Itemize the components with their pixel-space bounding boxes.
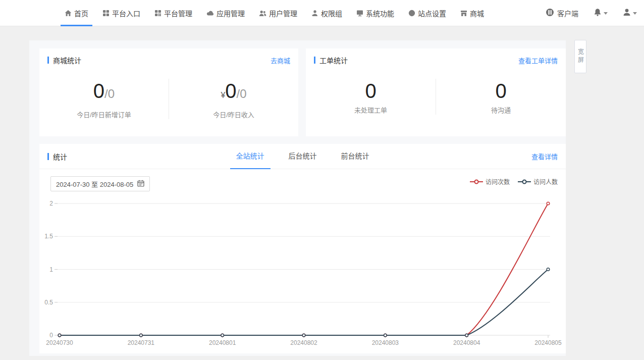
- main-nav: 首页 平台入口 平台管理 应用管理 用户管理 权限组: [0, 0, 494, 26]
- stats-card-title-text: 统计: [53, 151, 67, 162]
- svg-text:20240801: 20240801: [209, 339, 236, 346]
- legend-item-visitor-count[interactable]: 访问人数: [518, 177, 558, 186]
- stat-label: 待沟通: [436, 105, 566, 115]
- top-nav-bar: 首页 平台入口 平台管理 应用管理 用户管理 权限组: [0, 0, 644, 26]
- nav-item-system-functions[interactable]: 系统功能: [352, 0, 398, 26]
- stat-label: 未处理工单: [306, 105, 436, 115]
- globe-icon: [408, 10, 415, 17]
- stat-income: ¥0/0 今日/昨日收入: [169, 79, 298, 119]
- chevron-down-icon: [633, 12, 637, 15]
- bell-icon: [594, 8, 602, 19]
- stat-label: 今日/昨日新增订单: [39, 110, 169, 119]
- svg-text:2: 2: [49, 200, 53, 207]
- client-entry-button[interactable]: 客户端: [546, 8, 578, 18]
- stat-value: 0/0: [39, 79, 169, 108]
- legend-label: 访问人数: [533, 177, 558, 186]
- svg-text:1.5: 1.5: [44, 233, 53, 240]
- chart-legend: 访问次数 访问人数: [470, 177, 558, 186]
- nav-item-mall[interactable]: 商城: [456, 0, 488, 26]
- nav-item-label: 应用管理: [217, 8, 245, 18]
- accent-bar: [47, 57, 49, 64]
- nav-item-home[interactable]: 首页: [61, 0, 92, 26]
- chart-card-header: 统计 全站统计 后台统计 前台统计 查看详情: [39, 144, 566, 169]
- nav-item-label: 站点设置: [418, 8, 446, 18]
- widescreen-label: 宽屏: [576, 48, 585, 65]
- home-icon: [65, 10, 72, 17]
- user-menu-button[interactable]: [623, 8, 637, 18]
- nav-item-label: 权限组: [321, 8, 342, 18]
- ticket-stats-card: 工单统计 查看工单详情 0 未处理工单 0 待沟通: [306, 48, 566, 136]
- legend-item-visit-count[interactable]: 访问次数: [470, 177, 510, 186]
- stat-label: 今日/昨日收入: [169, 110, 298, 119]
- topbar-right-cluster: 客户端: [546, 0, 637, 26]
- legend-marker-icon: [518, 179, 531, 184]
- svg-text:20240802: 20240802: [290, 339, 317, 346]
- user-avatar-icon: [623, 8, 631, 18]
- nav-item-label: 用户管理: [269, 8, 297, 18]
- card-title: 统计: [47, 151, 67, 162]
- stats-tabs: 全站统计 后台统计 前台统计: [39, 144, 566, 169]
- cloud-icon: [206, 10, 214, 17]
- tab-backend-stats[interactable]: 后台统计: [283, 144, 323, 169]
- mall-card-header: 商城统计 去商城: [39, 48, 298, 72]
- svg-text:20240803: 20240803: [372, 339, 399, 346]
- tab-frontend-stats[interactable]: 前台统计: [335, 144, 375, 169]
- stat-unprocessed-tickets: 0 未处理工单: [306, 79, 436, 115]
- view-ticket-details-link[interactable]: 查看工单详情: [518, 56, 558, 65]
- nav-item-permission-group[interactable]: 权限组: [307, 0, 346, 26]
- widescreen-toggle[interactable]: 宽屏: [574, 40, 586, 73]
- ticket-stats-row: 0 未处理工单 0 待沟通: [306, 79, 566, 115]
- svg-text:0: 0: [49, 332, 53, 339]
- nav-item-label: 首页: [74, 8, 88, 18]
- monitor-icon: [356, 10, 363, 17]
- nav-item-site-settings[interactable]: 站点设置: [404, 0, 450, 26]
- view-details-link[interactable]: 查看详情: [531, 151, 558, 161]
- svg-text:0.5: 0.5: [44, 299, 53, 306]
- notifications-button[interactable]: [594, 8, 608, 19]
- accent-bar: [314, 57, 315, 64]
- permission-user-icon: [311, 10, 318, 17]
- legend-marker-icon: [470, 179, 483, 184]
- nav-item-user-manage[interactable]: 用户管理: [255, 0, 301, 26]
- stat-value: 0: [306, 79, 436, 103]
- card-title: 工单统计: [314, 55, 348, 65]
- nav-item-platform-entry[interactable]: 平台入口: [98, 0, 144, 26]
- svg-text:20240731: 20240731: [128, 339, 155, 346]
- statistics-chart-card: 统计 全站统计 后台统计 前台统计 查看详情 2024-07-30 至 2024…: [39, 144, 566, 353]
- svg-text:20240805: 20240805: [534, 339, 562, 346]
- svg-text:20240730: 20240730: [46, 339, 73, 346]
- nav-item-label: 平台管理: [164, 8, 192, 18]
- date-range-picker[interactable]: 2024-07-30 至 2024-08-05: [50, 176, 150, 191]
- ticket-card-header: 工单统计 查看工单详情: [306, 48, 566, 72]
- mall-stats-row: 0/0 今日/昨日新增订单 ¥0/0 今日/昨日收入: [39, 79, 298, 119]
- nav-item-label: 平台入口: [112, 8, 140, 18]
- users-icon: [259, 10, 266, 17]
- ticket-card-title-text: 工单统计: [319, 55, 348, 65]
- accent-bar: [47, 153, 49, 160]
- nav-item-platform-manage[interactable]: 平台管理: [150, 0, 196, 26]
- shop-icon: [460, 10, 467, 17]
- calendar-icon: [137, 180, 144, 188]
- stat-value: ¥0/0: [169, 79, 298, 108]
- line-chart[interactable]: 00.511.522024073020240731202408012024080…: [39, 194, 566, 351]
- svg-text:1: 1: [49, 266, 53, 273]
- grid-dots-icon: [154, 10, 162, 17]
- tab-all-site-stats[interactable]: 全站统计: [230, 144, 271, 169]
- go-to-mall-link[interactable]: 去商城: [271, 56, 290, 65]
- nav-item-app-manage[interactable]: 应用管理: [202, 0, 249, 26]
- client-icon: [546, 8, 554, 18]
- date-range-value: 2024-07-30 至 2024-08-05: [56, 179, 133, 189]
- svg-text:20240804: 20240804: [453, 339, 480, 346]
- nav-item-label: 系统功能: [366, 8, 394, 18]
- nav-item-label: 商城: [470, 8, 484, 18]
- mall-card-title-text: 商城统计: [53, 55, 81, 65]
- stat-new-orders: 0/0 今日/昨日新增订单: [39, 79, 169, 119]
- legend-label: 访问次数: [486, 177, 510, 186]
- grid-icon: [102, 10, 110, 17]
- chevron-down-icon: [604, 12, 608, 15]
- mall-stats-card: 商城统计 去商城 0/0 今日/昨日新增订单 ¥0/0 今日/昨日收入: [39, 48, 298, 136]
- card-title: 商城统计: [47, 55, 81, 65]
- stat-value: 0: [436, 79, 566, 103]
- stat-pending-communication: 0 待沟通: [436, 79, 566, 115]
- dashboard-screen: 首页 平台入口 平台管理 应用管理 用户管理 权限组: [0, 0, 644, 360]
